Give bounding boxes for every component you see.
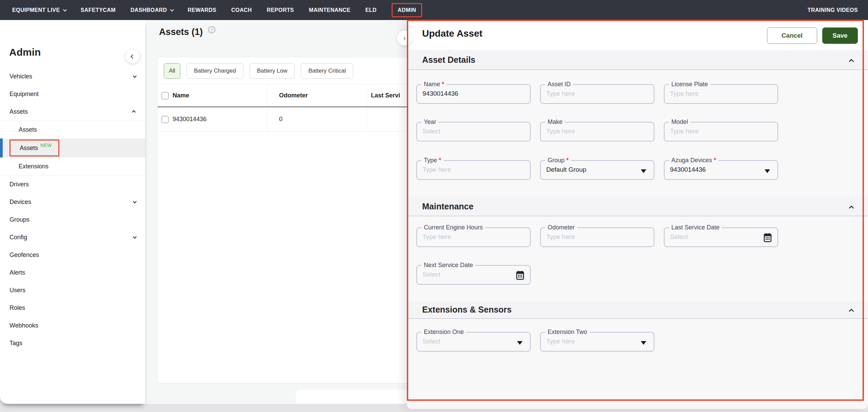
sidebar-item-groups[interactable]: Groups <box>0 211 145 228</box>
sidebar-subitem-extensions[interactable]: Extensions <box>0 157 145 175</box>
year-field[interactable]: Year Select <box>416 122 531 142</box>
chevron-down-icon <box>170 7 174 11</box>
sidebar-item-webhooks[interactable]: Webhooks <box>0 317 145 334</box>
field-label: Next Service Date <box>424 262 473 269</box>
collapse-section-button[interactable] <box>850 305 854 315</box>
panel-header: Update Asset Cancel Save <box>407 20 868 50</box>
sidebar-item-tags[interactable]: Tags <box>0 334 145 352</box>
nav-label: MAINTENANCE <box>309 7 351 13</box>
nav-item-safetycam[interactable]: SAFETYCAM <box>81 7 116 13</box>
field-label: Extension One <box>424 329 464 336</box>
panel-expand-button[interactable]: › <box>397 31 412 45</box>
sidebar-item-equipment[interactable]: Equipment <box>0 85 145 103</box>
field-placeholder: Type here <box>546 338 575 345</box>
sidebar-item-config[interactable]: Config <box>0 228 145 246</box>
filter-chip-battery-charged[interactable]: Battery Charged <box>186 63 243 79</box>
make-field[interactable]: Make Type here <box>540 122 654 142</box>
extension-two-dropdown[interactable]: Extension Two Type here <box>540 332 654 352</box>
name-field[interactable]: Name* 9430014436 <box>416 84 531 104</box>
required-marker: * <box>442 81 444 88</box>
nav-item-eld[interactable]: ELD <box>366 7 377 13</box>
caret-down-icon <box>765 169 770 173</box>
field-label: Make <box>548 118 563 126</box>
next-service-date-field[interactable]: Next Service Date Select <box>416 265 531 285</box>
filter-chip-battery-low[interactable]: Battery Low <box>250 63 295 79</box>
chevron-left-icon <box>131 54 135 59</box>
cell-odometer: 0 <box>268 107 368 131</box>
filter-chip-all[interactable]: All <box>164 63 180 79</box>
sidebar-subitem-assets[interactable]: Assets <box>0 121 145 138</box>
field-placeholder: Type here <box>546 233 575 241</box>
calendar-icon[interactable] <box>763 232 773 244</box>
sidebar-item-drivers[interactable]: Drivers <box>0 175 145 193</box>
nav-item-equipment-live[interactable]: EQUIPMENT LIVE <box>12 7 66 13</box>
field-label: Name <box>424 81 440 88</box>
cancel-button[interactable]: Cancel <box>767 27 817 44</box>
nav-label: ELD <box>366 7 377 13</box>
license-plate-field[interactable]: License Plate Type here <box>664 84 778 104</box>
nav-item-coach[interactable]: COACH <box>231 7 252 13</box>
training-videos-link[interactable]: TRAINING VIDEOS <box>808 7 858 13</box>
nav-label: ADMIN <box>398 7 416 13</box>
field-placeholder: Type here <box>546 90 575 97</box>
filter-chip-battery-critical[interactable]: Battery Critical <box>301 63 353 79</box>
collapse-section-button[interactable] <box>850 202 854 211</box>
column-header-name[interactable]: Name <box>173 85 268 107</box>
group-dropdown[interactable]: Group* Default Group <box>540 160 654 180</box>
caret-down-icon <box>517 341 522 345</box>
model-field[interactable]: Model Type here <box>664 122 778 142</box>
nav-label: EQUIPMENT LIVE <box>12 7 60 13</box>
nav-label: REPORTS <box>267 7 294 13</box>
calendar-icon[interactable] <box>515 270 525 282</box>
sidebar-title: Admin <box>9 46 41 58</box>
column-header-odometer[interactable]: Odometer <box>268 85 368 107</box>
nav-item-admin[interactable]: ADMIN <box>392 3 422 17</box>
required-marker: * <box>714 157 716 164</box>
field-placeholder: Type here <box>546 128 575 135</box>
sidebar-item-devices[interactable]: Devices <box>0 193 145 211</box>
last-service-date-field[interactable]: Last Service Date Select <box>664 227 778 247</box>
nav-item-rewards[interactable]: REWARDS <box>188 7 217 13</box>
chevron-down-icon <box>133 74 137 78</box>
chevron-up-icon <box>849 308 854 314</box>
field-placeholder: Select <box>422 338 440 345</box>
type-field[interactable]: Type* Type here <box>416 160 531 180</box>
field-value: 9430014436 <box>422 90 458 97</box>
info-icon[interactable]: i <box>208 26 215 33</box>
select-all-checkbox[interactable] <box>161 92 169 99</box>
row-checkbox[interactable] <box>161 116 169 123</box>
admin-sidebar: Admin Vehicles Equipment Assets Assets A… <box>0 20 145 404</box>
sidebar-item-vehicles[interactable]: Vehicles <box>0 68 145 85</box>
chevron-down-icon <box>133 200 137 203</box>
nav-label: REWARDS <box>188 7 217 13</box>
table-row[interactable]: 9430014436 0 <box>158 107 418 132</box>
sidebar-item-geofences[interactable]: Geofences <box>0 246 145 264</box>
field-label: License Plate <box>671 81 708 88</box>
filter-chips-row: All Battery Charged Battery Low Battery … <box>158 57 418 85</box>
sidebar-item-assets[interactable]: Assets <box>0 103 145 120</box>
current-engine-hours-field[interactable]: Current Engine Hours Type here <box>416 227 531 247</box>
asset-id-field[interactable]: Asset ID Type here <box>540 84 654 104</box>
sidebar-item-users[interactable]: Users <box>0 281 145 299</box>
chevron-up-icon <box>849 205 854 211</box>
field-label: Group <box>548 157 565 164</box>
nav-item-maintenance[interactable]: MAINTENANCE <box>309 7 351 13</box>
odometer-field[interactable]: Odometer Type here <box>540 227 654 247</box>
field-placeholder: Type here <box>422 233 451 241</box>
save-button[interactable]: Save <box>822 27 858 44</box>
extension-one-dropdown[interactable]: Extension One Select <box>416 332 531 352</box>
sidebar-collapse-button[interactable] <box>125 49 140 63</box>
chevron-down-icon <box>133 235 137 239</box>
top-navigation-bar: EQUIPMENT LIVE SAFETYCAM DASHBOARD REWAR… <box>0 0 868 20</box>
azuga-devices-dropdown[interactable]: Azuga Devices* 9430014436 <box>664 160 778 180</box>
panel-title: Update Asset <box>422 28 482 39</box>
required-marker: * <box>566 157 569 164</box>
collapse-section-button[interactable] <box>850 55 854 65</box>
nav-label: SAFETYCAM <box>81 7 116 13</box>
assets-table-card: All Battery Charged Battery Low Battery … <box>157 57 418 383</box>
sidebar-subitem-assets-new[interactable]: Assets NEW <box>0 138 145 157</box>
sidebar-item-roles[interactable]: Roles <box>0 299 145 317</box>
sidebar-item-alerts[interactable]: Alerts <box>0 264 145 281</box>
nav-item-dashboard[interactable]: DASHBOARD <box>131 7 173 13</box>
nav-item-reports[interactable]: REPORTS <box>267 7 294 13</box>
